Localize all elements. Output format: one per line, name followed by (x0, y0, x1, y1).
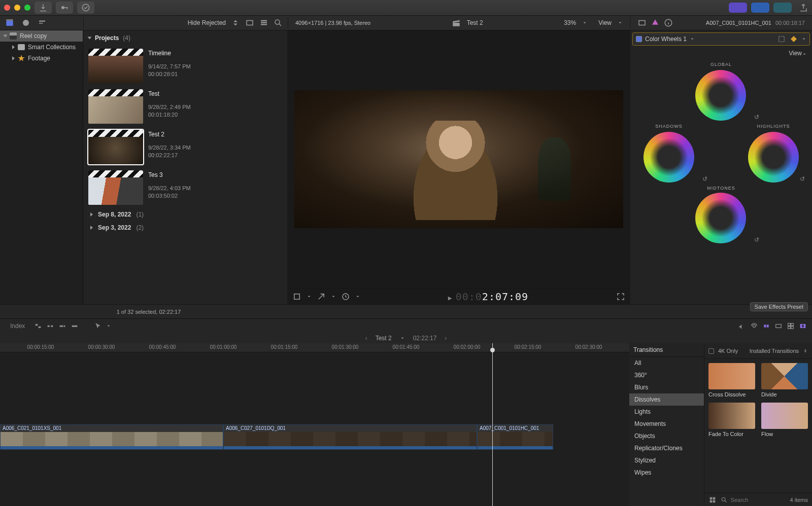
project-item[interactable]: Tes 3 9/28/22, 4:03 PM 00:03:50:02 (86, 167, 284, 208)
lane-icon[interactable] (774, 322, 783, 330)
workspace-button-2[interactable] (751, 3, 769, 13)
list-view-icon[interactable] (259, 18, 268, 27)
reset-icon[interactable]: ↺ (800, 175, 807, 183)
effect-item[interactable]: Divide (761, 363, 808, 397)
viewer-clip-name[interactable]: Test 2 (467, 19, 483, 26)
effects-category[interactable]: All (629, 357, 704, 369)
info-inspector-icon[interactable] (664, 18, 673, 27)
effect-name[interactable]: Color Wheels 1 (645, 35, 687, 43)
play-icon[interactable]: ▶ (448, 294, 453, 302)
workspace-button-1[interactable] (729, 3, 747, 13)
browser-header[interactable]: Projects (4) (83, 30, 287, 46)
timeline-clip[interactable]: A007_C001_0101HC_001 (477, 424, 553, 450)
reset-icon[interactable]: ↺ (702, 175, 709, 183)
effect-enable-checkbox[interactable] (636, 36, 642, 42)
disclosure-triangle-icon[interactable] (90, 212, 93, 216)
chevron-down-icon[interactable] (690, 34, 695, 44)
chevron-down-icon[interactable] (106, 321, 111, 331)
installed-transitions-menu[interactable]: Installed Transitions (750, 348, 799, 354)
effects-category[interactable]: Wipes (629, 466, 704, 479)
effects-grid[interactable]: Cross DissolveDivideFade To ColorFlow (704, 359, 812, 493)
fullscreen-icon[interactable] (616, 292, 625, 301)
chevron-down-icon[interactable] (331, 292, 336, 301)
arrow-tool-icon[interactable] (94, 322, 102, 330)
import-button[interactable] (35, 2, 52, 14)
chevron-down-icon[interactable] (801, 34, 806, 44)
keyword-button[interactable] (56, 2, 73, 14)
playhead[interactable] (492, 343, 493, 506)
project-item[interactable]: Test 2 9/28/22, 3:34 PM 00:02:22:17 (86, 127, 284, 167)
updown-icon[interactable] (803, 346, 808, 355)
chevron-down-icon[interactable] (355, 292, 360, 301)
disclosure-triangle-icon[interactable] (4, 35, 8, 38)
library-icon[interactable] (5, 18, 14, 27)
close-window[interactable] (4, 5, 10, 11)
project-item[interactable]: Timeline 9/14/22, 7:57 PM 00:00:28:01 (86, 46, 284, 86)
effects-category[interactable]: Blurs (629, 381, 704, 393)
color-wheel-highlights[interactable] (748, 132, 799, 183)
project-item[interactable]: Test 9/28/22, 2:49 PM 00:01:18:20 (86, 86, 284, 127)
effects-category[interactable]: 360° (629, 369, 704, 381)
effects-category[interactable]: Movements (629, 418, 704, 430)
keyframe-icon[interactable] (789, 34, 798, 44)
retime-tool-icon[interactable] (341, 292, 350, 301)
effects-category[interactable]: Replicator/Clones (629, 442, 704, 454)
insert-clip-icon[interactable] (46, 322, 54, 330)
browser-group-row[interactable]: Sep 3, 2022 (2) (86, 221, 284, 234)
clips-row[interactable]: A006_C021_0101XS_001A006_C027_0101DQ_001… (0, 424, 553, 450)
photos-icon[interactable] (21, 18, 30, 27)
disclosure-triangle-icon[interactable] (12, 56, 15, 60)
timeline-clip[interactable]: A006_C027_0101DQ_001 (223, 424, 477, 450)
color-wheel-shadows[interactable] (644, 132, 694, 183)
4k-only-checkbox[interactable] (708, 348, 714, 354)
effect-item[interactable]: Fade To Color (708, 403, 755, 437)
hide-rejected-button[interactable]: Hide Rejected (188, 19, 226, 26)
overwrite-clip-icon[interactable] (71, 322, 79, 330)
color-wheel-global[interactable] (695, 70, 746, 121)
chevron-down-icon[interactable] (307, 292, 312, 301)
timeline-tracks[interactable]: 00:00:15:0000:00:30:0000:00:45:0000:01:0… (0, 343, 629, 506)
browser-group-row[interactable]: Sep 8, 2022 (1) (86, 208, 284, 221)
disclosure-triangle-icon[interactable] (88, 37, 92, 40)
timeline-ruler[interactable]: 00:00:15:0000:00:30:0000:00:45:0000:01:0… (0, 343, 629, 352)
zoom-window[interactable] (24, 5, 30, 11)
project-list[interactable]: Timeline 9/14/22, 7:57 PM 00:00:28:01 Te… (83, 46, 287, 304)
audio-skimming-icon[interactable] (738, 322, 746, 330)
sidebar-item-footage[interactable]: Footage (0, 53, 83, 64)
solo-icon[interactable] (750, 322, 758, 330)
traffic-lights[interactable] (4, 5, 30, 11)
effects-browser-icon[interactable] (787, 322, 795, 330)
snapping-icon[interactable] (762, 322, 770, 330)
clip-appearance-icon[interactable] (245, 18, 254, 27)
grid-view-icon[interactable] (708, 496, 717, 504)
effects-category[interactable]: Dissolves (629, 393, 704, 406)
inspector-view-menu[interactable]: View (789, 50, 802, 59)
history-forward-icon[interactable]: › (445, 335, 447, 342)
effects-category[interactable]: Stylized (629, 454, 704, 466)
effect-item[interactable]: Flow (761, 403, 808, 437)
search-icon[interactable] (274, 18, 283, 27)
connect-clip-icon[interactable] (34, 322, 42, 330)
sidebar-item-library[interactable]: Reel copy (0, 30, 83, 42)
view-menu[interactable]: View (598, 19, 612, 26)
viewer-timecode[interactable]: ▶00:02:07:09 (365, 291, 611, 303)
transform-tool-icon[interactable] (292, 292, 301, 301)
effect-item[interactable]: Cross Dissolve (708, 363, 755, 397)
effects-search-input[interactable] (731, 497, 786, 503)
zoom-level[interactable]: 33% (564, 19, 576, 26)
chevron-down-icon[interactable] (802, 50, 807, 59)
history-back-icon[interactable]: ‹ (365, 335, 367, 342)
timeline-clip[interactable]: A006_C021_0101XS_001 (0, 424, 223, 450)
viewer-canvas[interactable] (287, 30, 630, 288)
timeline-title[interactable]: Test 2 (376, 335, 392, 342)
reset-icon[interactable]: ↺ (754, 236, 761, 243)
updown-icon[interactable] (231, 18, 240, 27)
skimming-icon[interactable] (726, 322, 734, 330)
chevron-down-icon[interactable] (582, 18, 587, 27)
transitions-browser-icon[interactable] (799, 322, 807, 330)
share-icon[interactable] (799, 3, 808, 12)
index-button[interactable]: Index (5, 321, 30, 331)
effects-category[interactable]: Lights (629, 406, 704, 418)
titles-icon[interactable] (38, 18, 47, 27)
video-inspector-icon[interactable] (637, 18, 647, 27)
